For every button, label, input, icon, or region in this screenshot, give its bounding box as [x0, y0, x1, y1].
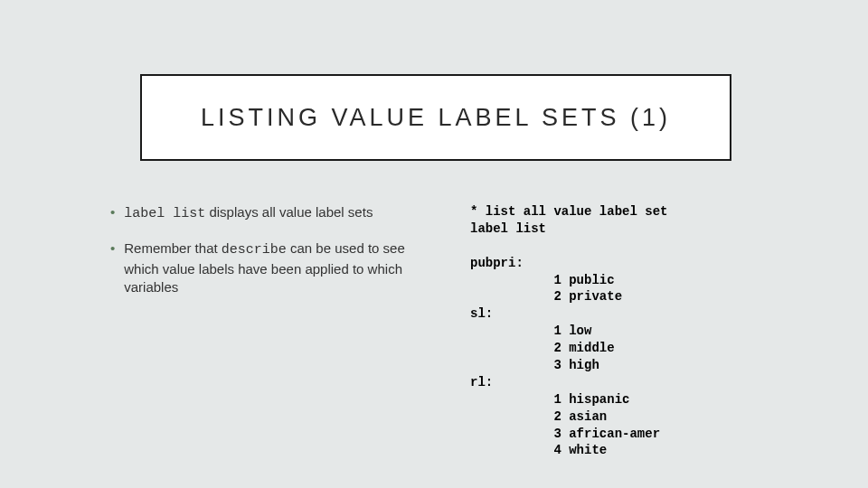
code-line: 2 private: [470, 289, 622, 304]
code-line: 2 middle: [470, 341, 615, 355]
code-line: 3 african-amer: [470, 427, 660, 441]
bullet-text: Remember that describe can be used to se…: [124, 239, 427, 296]
code-inline: describe: [222, 242, 287, 258]
code-output: * list all value label set label list pu…: [470, 203, 667, 459]
bullet-text: label list displays all value label sets: [124, 203, 427, 223]
bullet-icon: •: [110, 203, 115, 223]
code-inline: label list: [124, 206, 205, 221]
code-line: rl:: [470, 375, 493, 389]
bullet-item: • label list displays all value label se…: [110, 203, 427, 223]
bullet-pre: Remember that: [124, 240, 222, 256]
bullet-rest: displays all value label sets: [205, 204, 373, 220]
title-box: LISTING VALUE LABEL SETS (1): [140, 74, 731, 161]
code-line: * list all value label set: [470, 204, 667, 219]
code-line: sl:: [470, 306, 493, 321]
code-line: pubpri:: [470, 256, 524, 270]
code-line: 1 low: [470, 324, 591, 338]
bullet-icon: •: [110, 239, 115, 296]
code-line: 1 public: [470, 273, 615, 287]
code-line: 4 white: [470, 443, 607, 457]
slide-title: LISTING VALUE LABEL SETS (1): [201, 104, 671, 132]
code-line: 2 asian: [470, 409, 607, 424]
code-line: 3 high: [470, 358, 599, 372]
bullet-list: • label list displays all value label se…: [110, 203, 427, 313]
code-line: 1 hispanic: [470, 392, 629, 407]
slide: LISTING VALUE LABEL SETS (1) • label lis…: [0, 0, 868, 488]
code-line: label list: [470, 221, 546, 236]
bullet-item: • Remember that describe can be used to …: [110, 239, 427, 296]
